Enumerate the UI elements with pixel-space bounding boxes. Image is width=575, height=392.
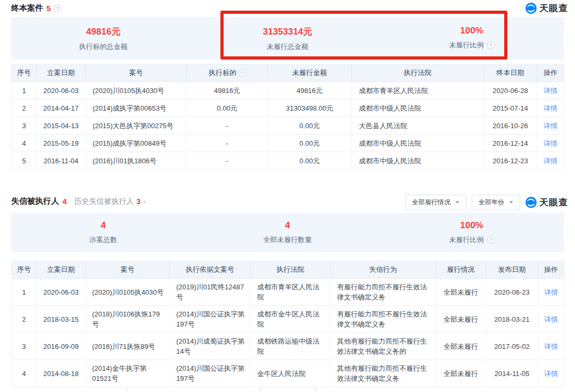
table-cell: 2017-05-02 xyxy=(486,333,538,360)
stat-execution-target-total: 49816元 执行标的总金额 xyxy=(11,26,195,52)
table-cell: 2016-12-23 xyxy=(484,152,537,170)
final-case-summary-bar: 49816元 执行标的总金额 31353314元 未履行总金额 100% 未履行… xyxy=(11,18,564,60)
table-cell: 有履行能力而拒不履行生效法律文书确定义务 xyxy=(331,306,436,333)
fulfillment-status-filter[interactable]: 全部履行情况 xyxy=(405,195,466,210)
table-row: 12020-06-03(2020)川0105执4030号(2019)川01民终1… xyxy=(12,279,564,306)
table-cell: - xyxy=(187,135,268,152)
table-cell: (2016)川71执恢89号 xyxy=(86,333,170,360)
table-cell: 2016-11-04 xyxy=(37,152,86,170)
column-header: 执行标的? xyxy=(187,64,268,82)
help-icon[interactable]: ? xyxy=(487,236,495,244)
table-cell: (2015)大邑执字第00275号 xyxy=(86,117,187,135)
dishonest-summary-bar: 4 涉案总数 4 全部未履行数量 100% 未履行比例 ? xyxy=(11,213,564,252)
detail-link[interactable]: 详情 xyxy=(544,157,557,165)
year-filter[interactable]: 全部年份 xyxy=(472,195,520,210)
table-cell: 2020-06-03 xyxy=(37,82,86,99)
table-row: 32015-04-13(2015)大邑执字第00275号-0.00元大邑县人民法… xyxy=(12,117,564,135)
table-cell: 4 xyxy=(12,360,37,387)
table-cell: 4 xyxy=(12,135,37,152)
stat-label: 未履行总金额 xyxy=(195,42,380,52)
column-header: 未履行金额 xyxy=(268,64,352,82)
table-cell: 其他有履行能力而拒不履行生效法律文书确定义务 xyxy=(331,360,436,387)
stat-value: 100% xyxy=(380,220,564,231)
history-dishonest-link[interactable]: 历史失信被执行人 3 › xyxy=(74,197,145,206)
table-cell: 成都市金牛区人民法院 xyxy=(251,306,331,333)
table-cell: 3 xyxy=(12,117,37,135)
table-cell: 5 xyxy=(12,152,37,170)
table-row: 42015-05-19(2015)成执字第00849号-0.00元成都市中级人民… xyxy=(12,135,564,152)
table-cell: (2020)川0105执4030号 xyxy=(86,82,187,99)
stat-unfulfilled-total: 31353314元 未履行总金额 xyxy=(195,26,380,52)
column-header: 立案日期 xyxy=(37,261,86,279)
stat-label: 未履行比例 ? xyxy=(380,40,564,50)
action-cell: 详情 xyxy=(538,279,564,306)
table-cell: 2016-12-14 xyxy=(484,135,537,152)
table-cell: 金牛区人民法院 xyxy=(251,360,331,387)
chevron-right-icon: › xyxy=(143,197,145,205)
column-header: 终本日期 xyxy=(484,64,537,82)
stat-value: 31353314元 xyxy=(195,26,380,38)
detail-link[interactable]: 详情 xyxy=(544,315,558,323)
table-cell: 2014-08-18 xyxy=(37,360,86,387)
table-cell: 全部未履行 xyxy=(436,333,486,360)
column-header: 执行依据文案号 xyxy=(170,261,251,279)
filter-bar: 全部履行情况 全部年份 天眼查 xyxy=(405,195,568,210)
stat-label: 全部未履行数量 xyxy=(195,235,380,245)
column-header: 操作 xyxy=(538,261,564,279)
final-case-table: 序号立案日期案号执行标的?未履行金额执行法院终本日期操作12020-06-03(… xyxy=(11,64,564,170)
detail-link[interactable]: 详情 xyxy=(544,343,558,351)
table-divider-tick xyxy=(126,388,127,392)
help-icon[interactable]: ? xyxy=(54,5,61,12)
stat-unfulfilled-ratio: 100% 未履行比例 ? xyxy=(380,220,564,245)
table-cell: 1 xyxy=(12,82,37,99)
detail-link[interactable]: 详情 xyxy=(544,139,557,147)
column-header: 序号 xyxy=(12,261,37,279)
detail-link[interactable]: 详情 xyxy=(544,370,558,378)
table-cell: 0.00元 xyxy=(268,135,352,152)
dishonest-debtor-section-header: 失信被执行人 4 历史失信被执行人 3 › xyxy=(11,196,145,206)
column-header: 履行情况 xyxy=(436,261,486,279)
stat-value: 4 xyxy=(195,220,380,231)
detail-link[interactable]: 详情 xyxy=(544,87,557,95)
table-cell: 成都市中级人民法院 xyxy=(352,99,484,117)
column-header: 执行法院 xyxy=(251,261,331,279)
table-cell: 成都市中级人民法院 xyxy=(352,152,484,170)
table-row: 22018-03-15(2018)川0106执恢179号(2014)川国公证执字… xyxy=(12,306,564,333)
table-cell: 2015-04-13 xyxy=(37,117,86,135)
table-divider-tick xyxy=(260,388,261,392)
table-row: 42014-08-18(2014)金牛执字第01521号(2014)川国公证执字… xyxy=(12,360,564,387)
stat-value: 100% xyxy=(380,26,564,36)
column-header: 执行法院 xyxy=(352,64,484,82)
table-cell: 2 xyxy=(12,306,37,333)
section-count: 4 xyxy=(62,197,67,206)
column-header: 序号 xyxy=(12,64,37,82)
table-cell: (2014)金牛执字第01521号 xyxy=(86,360,170,387)
column-header: 案号 xyxy=(86,64,187,82)
tianyancha-logo-text: 天眼查 xyxy=(539,2,568,14)
action-cell: 详情 xyxy=(537,152,564,170)
table-cell: (2014)川国公证执字第197号 xyxy=(170,306,251,333)
table-header-row: 序号立案日期案号执行依据文案号执行法院失信行为履行情况发布日期操作 xyxy=(12,261,564,279)
detail-link[interactable]: 详情 xyxy=(544,288,558,296)
tianyancha-logo-icon xyxy=(525,197,537,208)
table-cell: 有履行能力而拒不履行生效法律文书确定义务 xyxy=(331,279,436,306)
detail-link[interactable]: 详情 xyxy=(544,104,557,112)
table-cell: 49816元 xyxy=(187,82,268,99)
section-count: 5 xyxy=(46,4,51,13)
detail-link[interactable]: 详情 xyxy=(544,122,557,130)
help-icon[interactable]: ? xyxy=(487,41,495,49)
tianyancha-logo: 天眼查 xyxy=(525,196,568,208)
table-cell: 3 xyxy=(12,333,37,360)
action-cell: 详情 xyxy=(537,82,564,99)
column-header: 立案日期 xyxy=(37,64,86,82)
table-cell: 2018-03-15 xyxy=(37,306,86,333)
table-cell: 2016-10-26 xyxy=(484,117,537,135)
table-cell: 2018-03-21 xyxy=(486,306,538,333)
action-cell: 详情 xyxy=(538,360,564,387)
table-cell: 1 xyxy=(12,279,37,306)
stat-case-total: 4 涉案总数 xyxy=(11,220,195,245)
stat-label: 涉案总数 xyxy=(11,235,195,245)
help-icon[interactable]: ? xyxy=(239,70,245,77)
table-cell: 全部未履行 xyxy=(436,306,486,333)
tianyancha-logo: 天眼查 xyxy=(525,2,568,14)
